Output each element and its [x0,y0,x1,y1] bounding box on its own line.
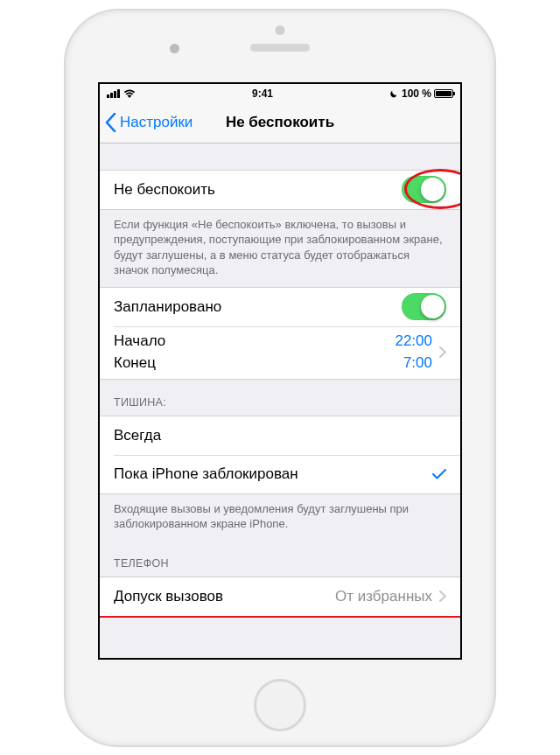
back-label: Настройки [120,114,192,131]
chevron-right-icon [439,346,446,358]
schedule-from-label: Начало [114,332,165,350]
do-not-disturb-moon-icon [389,88,399,98]
chevron-left-icon [105,113,116,132]
phone-header: ТЕЛЕФОН [100,541,460,577]
chevron-right-icon [439,591,446,602]
cellular-signal-icon [107,89,120,98]
back-button[interactable]: Настройки [105,113,192,132]
iphone-device-frame: 9:41 100 % Настройки Не беспокоить Не бе… [66,10,494,745]
status-bar: 9:41 100 % [100,84,460,103]
silence-while-locked-label: Пока iPhone заблокирован [114,465,298,483]
do-not-disturb-footer: Если функция «Не беспокоить» включена, т… [100,210,460,287]
screen: 9:41 100 % Настройки Не беспокоить Не бе… [98,82,462,660]
content-scroll[interactable]: Не беспокоить Если функция «Не беспокоит… [100,143,460,658]
schedule-to-value: 7:00 [403,354,432,372]
do-not-disturb-label: Не беспокоить [114,181,215,199]
battery-percent: 100 % [402,87,431,100]
allow-calls-value: От избранных [335,588,432,605]
scheduled-label: Запланировано [114,298,221,316]
scheduled-toggle[interactable] [402,293,446,320]
nav-header: Настройки Не беспокоить [100,103,460,143]
silence-while-locked-row[interactable]: Пока iPhone заблокирован [100,455,460,493]
device-top [66,10,494,82]
schedule-to-label: Конец [114,354,156,372]
allow-calls-row[interactable]: Допуск вызовов От избранных [100,577,460,616]
do-not-disturb-row: Не беспокоить [100,171,460,209]
checkmark-icon [432,469,446,479]
silence-header: ТИШИНА: [100,380,460,416]
schedule-from-value: 22:00 [395,332,432,350]
silence-footer: Входящие вызовы и уведомления будут загл… [100,494,460,541]
front-camera [170,44,179,53]
silence-always-label: Всегда [114,427,161,444]
silence-always-row[interactable]: Всегда [100,416,460,455]
home-button[interactable] [254,679,306,731]
allow-calls-label: Допуск вызовов [114,588,223,605]
wifi-icon [123,89,136,98]
scheduled-row: Запланировано [100,288,460,326]
do-not-disturb-toggle[interactable] [402,176,446,203]
annotation-underline [100,616,460,618]
battery-icon [434,89,453,98]
schedule-time-row[interactable]: Начало 22:00 Конец 7:00 [100,326,460,379]
earpiece-speaker [250,44,310,52]
status-time: 9:41 [252,87,273,100]
proximity-sensor [276,25,285,35]
